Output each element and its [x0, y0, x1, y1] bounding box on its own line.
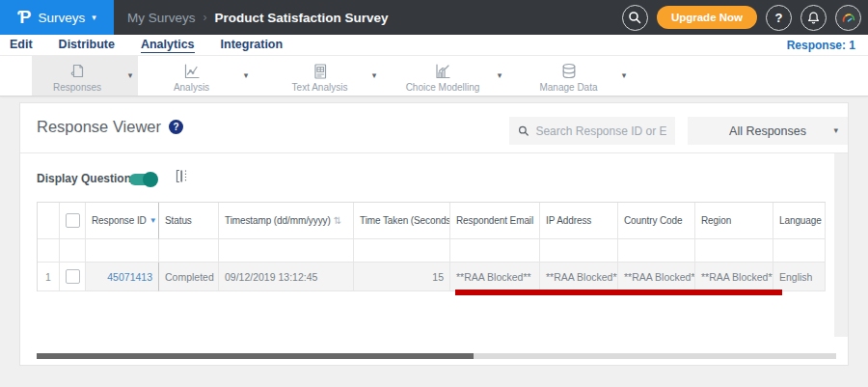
row-number-header: [38, 203, 60, 239]
tab-integration[interactable]: Integration: [221, 38, 284, 53]
text-analysis-dropdown-caret-icon[interactable]: [366, 71, 382, 80]
cell-ip-address: **RAA Blocked**: [540, 263, 618, 291]
filter-cell-timestamp-dd-mm-yyyy: [219, 239, 354, 263]
breadcrumb-my-surveys[interactable]: My Surveys: [127, 11, 196, 25]
tab-analytics[interactable]: Analytics: [141, 38, 195, 53]
search-input[interactable]: [535, 124, 666, 138]
column-header-language[interactable]: Language: [773, 203, 826, 239]
filter-cell-checkbox: [60, 239, 86, 263]
select-all-header: [60, 203, 86, 239]
responses-dropdown-caret-icon[interactable]: [122, 71, 138, 80]
manage-data-dropdown-caret-icon[interactable]: [616, 71, 632, 80]
horizontal-scrollbar-thumb[interactable]: [37, 353, 474, 359]
app-switcher[interactable]: Ƥ Surveys: [0, 0, 114, 35]
divider: [20, 152, 848, 153]
toolbar-item-analysis[interactable]: Analysis: [145, 56, 254, 96]
response-count-label: Response: 1: [787, 39, 868, 52]
responses-table: Response IDStatusTimestamp (dd/mm/yyyy)T…: [37, 202, 826, 291]
cell-language: English: [773, 263, 826, 291]
row-number-cell: 1: [38, 263, 60, 291]
search-icon: [518, 124, 529, 137]
section-title: Response Viewer ?: [37, 118, 183, 136]
toolbar-item-responses[interactable]: Responses: [32, 56, 138, 96]
chevron-down-icon: [92, 14, 96, 22]
app-menu-label: Surveys: [38, 11, 85, 25]
top-bar: Ƥ Surveys My Surveys › Product Satisfact…: [0, 0, 868, 35]
freeze-columns-button[interactable]: [174, 168, 190, 184]
page-title: Product Satisfaction Survey: [215, 11, 389, 25]
filter-cell-rownum: [38, 239, 60, 263]
table-row: 145071413Completed09/12/2019 13:12:4515*…: [38, 263, 826, 291]
row-checkbox[interactable]: [66, 269, 80, 284]
breadcrumb-separator-icon: ›: [203, 11, 207, 24]
filter-cell-region: [695, 239, 773, 263]
bell-icon: [806, 11, 821, 25]
chevron-down-icon: [833, 126, 838, 135]
freeze-columns-icon: [174, 168, 190, 184]
select-all-checkbox[interactable]: [66, 213, 80, 228]
filter-cell-country-code: [618, 239, 695, 263]
cell-response-id: 45071413: [86, 263, 159, 291]
help-button[interactable]: ?: [766, 5, 792, 31]
manage-data-icon: [559, 62, 579, 81]
column-header-region[interactable]: Region: [695, 203, 773, 239]
raa-blocked-annotation: [455, 290, 782, 295]
display-questions-toggle[interactable]: [129, 174, 156, 185]
response-viewer-panel: Response Viewer ? All Responses Display …: [19, 102, 849, 366]
filter-cell-status: [159, 239, 219, 263]
responses-icon: [68, 62, 87, 81]
column-header-respondent-email[interactable]: Respondent Email: [450, 203, 540, 239]
toolbar-item-choice-modelling[interactable]: Choice Modelling: [393, 56, 507, 96]
toolbar-item-manage-data[interactable]: Manage Data: [521, 56, 632, 96]
search-button[interactable]: [622, 5, 648, 31]
search-icon: [628, 11, 641, 24]
response-viewer-help-icon[interactable]: ?: [169, 120, 183, 134]
filter-cell-response-id: [86, 239, 159, 263]
filter-cell-language: [773, 239, 826, 263]
horizontal-scrollbar-track: [37, 353, 836, 359]
survey-nav-tabs: Edit Distribute Analytics Integration Re…: [0, 35, 868, 56]
sort-desc-icon: [149, 216, 157, 225]
column-header-status[interactable]: Status: [159, 203, 219, 239]
column-header-response-id[interactable]: Response ID: [86, 203, 159, 239]
cell-country-code: **RAA Blocked**: [618, 263, 695, 291]
analysis-icon: [182, 62, 202, 81]
choice-modelling-icon: [433, 62, 452, 81]
vertical-scroll-gutter: [834, 153, 848, 337]
cell-time-taken-seconds: 15: [354, 263, 450, 291]
account-avatar[interactable]: [835, 5, 861, 31]
responses-filter-dropdown[interactable]: All Responses: [688, 117, 848, 145]
analysis-dropdown-caret-icon[interactable]: [238, 71, 254, 80]
column-header-time-taken-seconds[interactable]: Time Taken (Seconds): [354, 203, 450, 239]
response-search-box: [509, 117, 675, 145]
tab-edit[interactable]: Edit: [10, 38, 33, 53]
upgrade-now-button[interactable]: Upgrade Now: [657, 6, 757, 29]
text-analysis-icon: [311, 62, 330, 81]
filter-cell-respondent-email: [450, 239, 540, 263]
filter-cell-ip-address: [540, 239, 618, 263]
topbar-actions: Upgrade Now ?: [622, 5, 868, 31]
choice-modelling-dropdown-caret-icon[interactable]: [492, 71, 507, 80]
column-header-ip-address[interactable]: IP Address: [540, 203, 618, 239]
notifications-button[interactable]: [800, 5, 827, 31]
help-icon: ?: [775, 11, 783, 25]
cell-region: **RAA Blocked**: [695, 263, 773, 291]
questionpro-logo-icon: Ƥ: [17, 8, 31, 28]
analytics-toolbar: Responses Analysis Text Analysis: [0, 56, 868, 97]
breadcrumb: My Surveys › Product Satisfaction Survey: [127, 11, 389, 25]
avatar-gauge-icon: [840, 10, 856, 26]
cell-status: Completed: [159, 263, 219, 291]
cell-timestamp-dd-mm-yyyy: 09/12/2019 13:12:45: [219, 263, 354, 291]
response-id-link[interactable]: 45071413: [107, 271, 152, 283]
display-questions-label: Display Questions: [37, 172, 138, 185]
column-header-timestamp-dd-mm-yyyy[interactable]: Timestamp (dd/mm/yyyy): [219, 203, 354, 239]
sort-both-icon: [334, 215, 341, 226]
toolbar-item-text-analysis[interactable]: Text Analysis: [273, 56, 382, 96]
column-header-country-code[interactable]: Country Code: [618, 203, 695, 239]
app-window: Ƥ Surveys My Surveys › Product Satisfact…: [0, 0, 868, 387]
tab-distribute[interactable]: Distribute: [59, 38, 115, 53]
filter-cell-time-taken-seconds: [354, 239, 450, 263]
cell-respondent-email: **RAA Blocked**: [450, 263, 540, 291]
